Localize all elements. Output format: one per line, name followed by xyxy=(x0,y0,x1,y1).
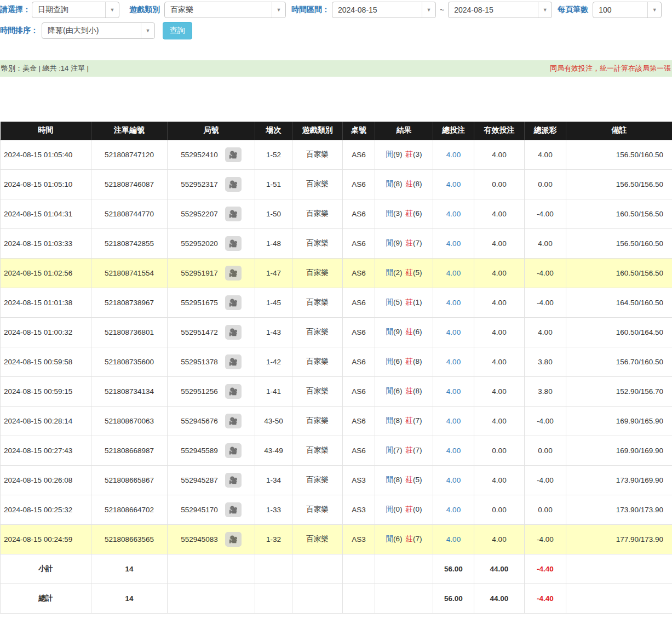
total-bet-link[interactable]: 4.00 xyxy=(446,447,461,455)
game-type-cell: 百家樂 xyxy=(292,169,343,199)
summary-valid-bet-cell: 44.00 xyxy=(474,583,525,613)
column-header: 總投注 xyxy=(433,122,474,140)
banker-result: 莊 xyxy=(406,150,413,158)
table-no-cell: AS3 xyxy=(343,465,375,495)
game-type-cell: 百家樂 xyxy=(292,465,343,495)
video-replay-icon[interactable]: 🎥 xyxy=(225,473,242,488)
session-cell: 1-50 xyxy=(255,199,292,228)
time-cell: 2024-08-15 01:04:31 xyxy=(1,199,91,228)
video-replay-icon[interactable]: 🎥 xyxy=(225,532,242,547)
valid-bet-cell: 4.00 xyxy=(474,288,525,317)
result-cell: 閒(0)莊(0) xyxy=(375,495,433,524)
video-replay-icon[interactable]: 🎥 xyxy=(225,414,242,428)
summary-payout-cell: -4.40 xyxy=(525,554,566,583)
payout-cell: 0.00 xyxy=(525,436,566,465)
total-bet-cell: 4.00 xyxy=(433,228,474,258)
date-from-select[interactable]: 2024-08-15 ▼ xyxy=(332,2,436,18)
video-replay-icon[interactable]: 🎥 xyxy=(225,502,242,517)
total-bet-link[interactable]: 4.00 xyxy=(446,476,461,484)
round-id-value: 552945589 xyxy=(181,447,218,455)
game-type-cell: 百家樂 xyxy=(292,347,343,376)
valid-bet-cell: 0.00 xyxy=(474,169,525,199)
game-type-value: 百家樂 xyxy=(165,5,193,15)
round-id-cell: 552945170🎥 xyxy=(168,495,255,524)
video-replay-icon[interactable]: 🎥 xyxy=(225,443,242,458)
game-type-select[interactable]: 百家樂 ▼ xyxy=(164,2,286,18)
table-no-cell: AS6 xyxy=(343,317,375,347)
total-bet-link[interactable]: 4.00 xyxy=(446,151,461,159)
time-cell: 2024-08-15 00:24:59 xyxy=(1,524,91,554)
filter-row-2: 時間排序： 降冪(由大到小) ▼ 查詢 xyxy=(0,22,672,39)
total-bet-link[interactable]: 4.00 xyxy=(446,417,461,425)
table-row: 2024-08-15 00:25:32521808664702552945170… xyxy=(1,495,672,524)
total-bet-link[interactable]: 4.00 xyxy=(446,358,461,366)
column-header: 注單編號 xyxy=(91,122,168,140)
round-id-value: 552951378 xyxy=(181,358,218,366)
banker-result: 莊 xyxy=(406,239,413,247)
total-bet-cell: 4.00 xyxy=(433,406,474,436)
game-type-cell: 百家樂 xyxy=(292,199,343,228)
total-bet-link[interactable]: 4.00 xyxy=(446,180,461,188)
video-replay-icon[interactable]: 🎥 xyxy=(225,207,242,221)
page-size-select[interactable]: 100 ▼ xyxy=(593,2,662,18)
date-to-select[interactable]: 2024-08-15 ▼ xyxy=(448,2,552,18)
table-row: 2024-08-15 00:59:58521808735600552951378… xyxy=(1,347,672,376)
valid-bet-cell: 4.00 xyxy=(474,465,525,495)
round-id-value: 552952020 xyxy=(181,239,218,248)
round-id-cell: 552952207🎥 xyxy=(168,199,255,228)
round-id-cell: 552945589🎥 xyxy=(168,436,255,465)
total-bet-link[interactable]: 4.00 xyxy=(446,210,461,218)
search-button[interactable]: 查詢 xyxy=(163,22,192,39)
total-bet-link[interactable]: 4.00 xyxy=(446,328,461,336)
payout-cell: -4.00 xyxy=(525,199,566,228)
video-replay-icon[interactable]: 🎥 xyxy=(225,177,242,192)
round-id-cell: 552952317🎥 xyxy=(168,169,255,199)
total-bet-cell: 4.00 xyxy=(433,495,474,524)
valid-bet-cell: 0.00 xyxy=(474,495,525,524)
video-replay-icon[interactable]: 🎥 xyxy=(225,354,242,369)
bet-id-cell: 521808734134 xyxy=(91,376,168,406)
video-replay-icon[interactable]: 🎥 xyxy=(225,266,242,281)
banker-result: 莊 xyxy=(406,268,413,277)
valid-bet-cell: 4.00 xyxy=(474,347,525,376)
bet-id-cell: 521808668987 xyxy=(91,436,168,465)
column-header: 有效投注 xyxy=(474,122,525,140)
valid-bet-cell: 4.00 xyxy=(474,140,525,169)
session-cell: 1-47 xyxy=(255,258,292,288)
game-type-label: 遊戲類別 xyxy=(129,5,160,15)
payout-cell: -4.00 xyxy=(525,288,566,317)
video-replay-icon[interactable]: 🎥 xyxy=(225,147,242,162)
total-bet-link[interactable]: 4.00 xyxy=(446,535,461,543)
result-cell: 閒(2)莊(5) xyxy=(375,258,433,288)
valid-bet-cell: 4.00 xyxy=(474,258,525,288)
table-row: 2024-08-15 00:59:15521808734134552951256… xyxy=(1,376,672,406)
video-replay-icon[interactable]: 🎥 xyxy=(225,325,242,340)
summary-count-cell: 14 xyxy=(91,554,168,583)
bet-records-table: 時間注單編號局號場次遊戲類別桌號結果總投注有效投注總派彩備註 2024-08-1… xyxy=(0,122,672,614)
table-row: 2024-08-15 01:04:31521808744770552952207… xyxy=(1,199,672,228)
bet-id-cell: 521808663565 xyxy=(91,524,168,554)
total-bet-link[interactable]: 4.00 xyxy=(446,387,461,396)
total-bet-link[interactable]: 4.00 xyxy=(446,506,461,514)
bet-id-cell: 521808747120 xyxy=(91,140,168,169)
valid-bet-cell: 4.00 xyxy=(474,376,525,406)
round-id-cell: 552951675🎥 xyxy=(168,288,255,317)
video-replay-icon[interactable]: 🎥 xyxy=(225,295,242,310)
valid-bet-cell: 4.00 xyxy=(474,228,525,258)
total-bet-link[interactable]: 4.00 xyxy=(446,269,461,277)
table-no-cell: AS3 xyxy=(343,524,375,554)
summary-info-bar: 幣別：美金 | 總共 :14 注單 | 同局有效投注，統一計算在該局第一張 xyxy=(0,60,672,77)
total-bet-link[interactable]: 4.00 xyxy=(446,299,461,307)
table-row: 2024-08-15 00:26:08521808665867552945287… xyxy=(1,465,672,495)
player-result: 閒 xyxy=(386,239,394,247)
video-replay-icon[interactable]: 🎥 xyxy=(225,384,242,399)
total-bet-link[interactable]: 4.00 xyxy=(446,239,461,248)
bet-id-cell: 521808738967 xyxy=(91,288,168,317)
round-id-cell: 552952020🎥 xyxy=(168,228,255,258)
bet-id-cell: 521808665867 xyxy=(91,465,168,495)
remark-cell: 156.50/160.50 xyxy=(566,228,672,258)
video-replay-icon[interactable]: 🎥 xyxy=(225,236,242,251)
time-sort-value: 降冪(由大到小) xyxy=(42,26,99,36)
time-sort-select[interactable]: 降冪(由大到小) ▼ xyxy=(42,22,155,39)
query-type-select[interactable]: 日期查詢 ▼ xyxy=(32,2,119,18)
